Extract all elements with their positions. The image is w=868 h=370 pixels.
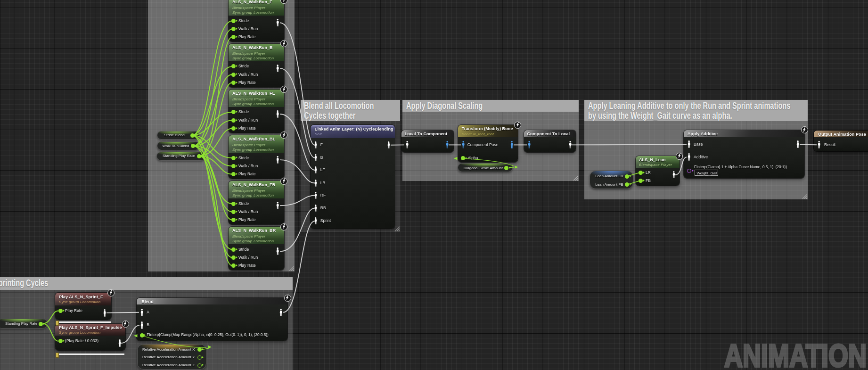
svg-text:ANIMATION: ANIMATION [724, 337, 866, 370]
